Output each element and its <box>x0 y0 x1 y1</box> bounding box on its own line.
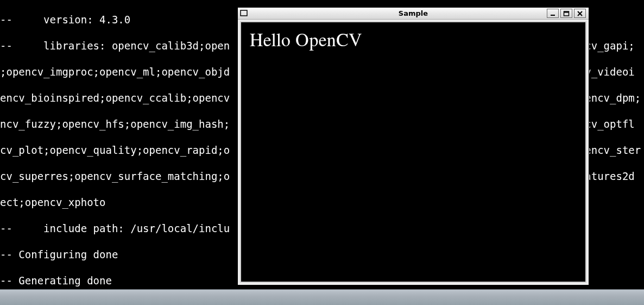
canvas-text: Hello OpenCV <box>250 31 362 51</box>
terminal-line: ect;opencv_xphoto <box>0 196 105 208</box>
terminal-line: -- include path: /usr/local/inclu <box>0 222 230 234</box>
terminal-line: -- libraries: opencv_calib3d;open <box>0 40 230 52</box>
terminal-line: cv_gapi; <box>585 40 635 52</box>
minimize-button[interactable] <box>547 9 559 18</box>
terminal-line: cv_optfl <box>585 118 635 130</box>
terminal-line: -- Configuring done <box>0 248 118 260</box>
terminal-line: ;opencv_imgproc;opencv_ml;opencv_objd <box>0 66 230 78</box>
terminal-line: -- version: 4.3.0 <box>0 14 130 26</box>
terminal-line: encv_dpm; <box>585 92 641 104</box>
opencv-canvas: Hello OpenCV <box>240 21 586 283</box>
terminal-line: encv_bioinspired;opencv_ccalib;opencv <box>0 92 230 104</box>
maximize-button[interactable] <box>560 9 572 18</box>
taskbar[interactable] <box>0 289 644 305</box>
svg-rect-0 <box>241 10 247 16</box>
terminal-line: -- Generating done <box>0 275 112 287</box>
terminal-line: cv_plot;opencv_quality;opencv_rapid;o <box>0 144 230 156</box>
terminal-line: cv_superres;opencv_surface_matching;o <box>0 170 230 182</box>
terminal-line: v_videoi <box>585 66 635 78</box>
window-title: Sample <box>238 8 589 19</box>
terminal-line: encv_ster <box>585 144 641 156</box>
close-button[interactable] <box>574 9 586 18</box>
taskbar-label <box>0 291 11 297</box>
window-app-icon <box>239 9 248 17</box>
terminal-line: atures2d <box>585 170 635 182</box>
terminal-line: ncv_fuzzy;opencv_hfs;opencv_img_hash; <box>0 118 230 130</box>
window-titlebar[interactable]: Sample <box>238 8 589 20</box>
opencv-sample-window[interactable]: Sample Hello OpenCV <box>237 7 589 285</box>
